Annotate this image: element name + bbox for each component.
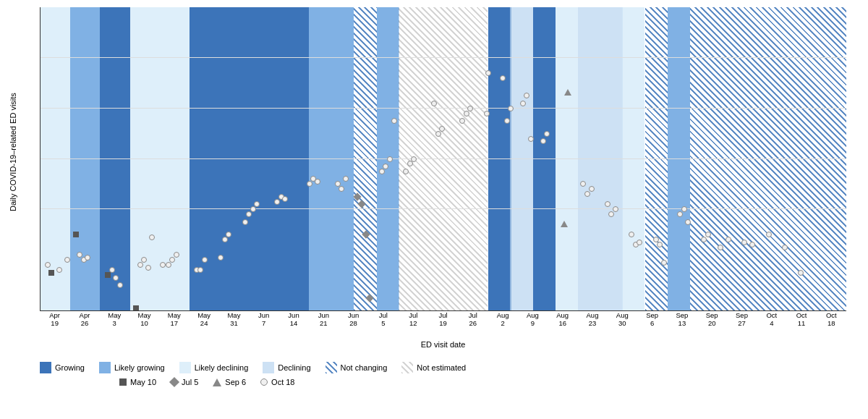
legend-area: Growing Likely growing Likely declining … [40,362,846,391]
data-dot-44 [431,101,437,106]
data-dot-59 [544,131,550,137]
legend-not-changing: Not changing [326,362,388,373]
data-dot-37 [379,169,385,174]
legend-swatch-not-changing [326,362,337,373]
bg-not-changing-3 [690,7,846,310]
data-dot-53 [504,118,510,124]
data-dot-21 [218,255,224,261]
data-dot-24 [242,219,248,225]
x-label-oct4: Oct4 [757,311,786,327]
x-label-sep13: Sep13 [667,311,697,327]
data-dot-8 [113,275,119,281]
data-dot-20 [202,257,208,263]
legend-row-2: May 10 Jul 5 Sep 6 Oct 18 [119,378,846,386]
data-dot-79 [741,240,747,245]
legend-label-jul5: Jul 5 [182,378,198,386]
legend-label-not-changing: Not changing [341,363,388,372]
data-dot-48 [464,111,469,117]
data-dot-71 [661,260,667,266]
x-axis-labels: Apr19 Apr26 May3 May10 May17 May24 May31… [40,311,846,327]
x-label-may17: May17 [159,311,189,327]
x-label-sep27: Sep27 [727,311,757,327]
data-triangle-2 [564,89,571,96]
data-dot-6 [85,255,90,261]
data-dot-10 [137,262,143,268]
bg-likely-growing-2 [70,7,100,310]
data-dot-58 [540,138,546,144]
bg-growing-1 [100,7,129,310]
data-dot-73 [681,206,687,212]
data-dot-7 [109,267,115,273]
x-label-aug23: Aug23 [577,311,607,327]
bg-declining-2 [578,7,623,310]
bg-not-changing-1 [354,7,376,310]
data-dot-74 [685,219,691,225]
x-label-jun21: Jun21 [309,311,339,327]
x-label-aug16: Aug16 [548,311,577,327]
data-dot-33 [315,179,320,185]
legend-label-oct18: Oct 18 [271,378,294,386]
data-dot-57 [528,136,534,142]
x-label-jun7: Jun7 [249,311,278,327]
x-label-jun14: Jun14 [278,311,308,327]
bg-likely-growing-6 [668,7,690,310]
x-axis-label: ED visit date [40,340,846,349]
data-dot-39 [387,156,393,162]
legend-label-likely-growing: Likely growing [114,363,165,372]
data-dot-82 [782,245,788,250]
x-label-apr26: Apr26 [69,311,99,327]
bg-likely-growing-4 [309,7,354,310]
bg-growing-3 [488,7,511,310]
x-label-jul26: Jul26 [458,311,488,327]
x-label-jun28: Jun28 [339,311,368,327]
x-label-aug9: Aug9 [518,311,548,327]
legend-jul5: Jul 5 [171,378,198,386]
data-dot-51 [485,70,491,76]
legend-swatch-likely-declining [179,362,191,373]
data-square-4 [133,305,139,311]
legend-swatch-likely-growing [99,362,111,373]
legend-declining: Declining [263,362,310,373]
y-axis-label: Daily COVID-19–related ED visits [9,36,23,268]
data-dot-12 [145,265,151,271]
data-dot-81 [766,232,772,237]
x-label-aug30: Aug30 [608,311,637,327]
data-square-3 [105,272,111,278]
legend-swatch-jul5 [169,377,179,387]
data-dot-9 [117,282,123,288]
x-label-jul12: Jul12 [399,311,428,327]
legend-label-likely-declining: Likely declining [195,363,249,372]
x-label-oct18: Oct18 [817,311,846,327]
x-label-sep6: Sep6 [637,311,667,327]
data-square-2 [73,232,79,237]
x-label-apr19: Apr19 [40,311,69,327]
data-dot-26 [250,206,256,212]
x-label-jul19: Jul19 [428,311,458,327]
data-dot-50 [484,111,490,117]
x-label-jul5: Jul5 [368,311,398,327]
grid-line-80: 80 [41,57,846,58]
data-dot-40 [391,118,397,124]
legend-label-not-estimated: Not estimated [417,363,466,372]
grid-line-60: 60 [41,108,846,109]
data-dot-83 [798,270,804,276]
grid-line-20: 20 [41,208,846,209]
legend-oct18: Oct 18 [260,378,294,386]
bg-declining-1 [510,7,532,310]
data-triangle-1 [561,221,568,227]
x-label-may3: May3 [100,311,129,327]
legend-swatch-may10 [119,378,127,386]
legend-row-1: Growing Likely growing Likely declining … [40,362,846,373]
data-dot-45 [435,131,441,137]
grid-line-40: 40 [41,158,846,159]
legend-swatch-oct18 [260,378,268,386]
legend-swatch-not-estimated [401,362,413,373]
legend-may10: May 10 [119,378,156,386]
x-label-may10: May10 [129,311,159,327]
chart-container: Daily COVID-19–related ED visits [0,0,868,419]
bg-likely-declining-1 [556,7,578,310]
x-label-sep20: Sep20 [697,311,727,327]
legend-swatch-growing [40,362,51,373]
x-label-may24: May24 [189,311,218,327]
data-dot-43 [411,156,417,162]
